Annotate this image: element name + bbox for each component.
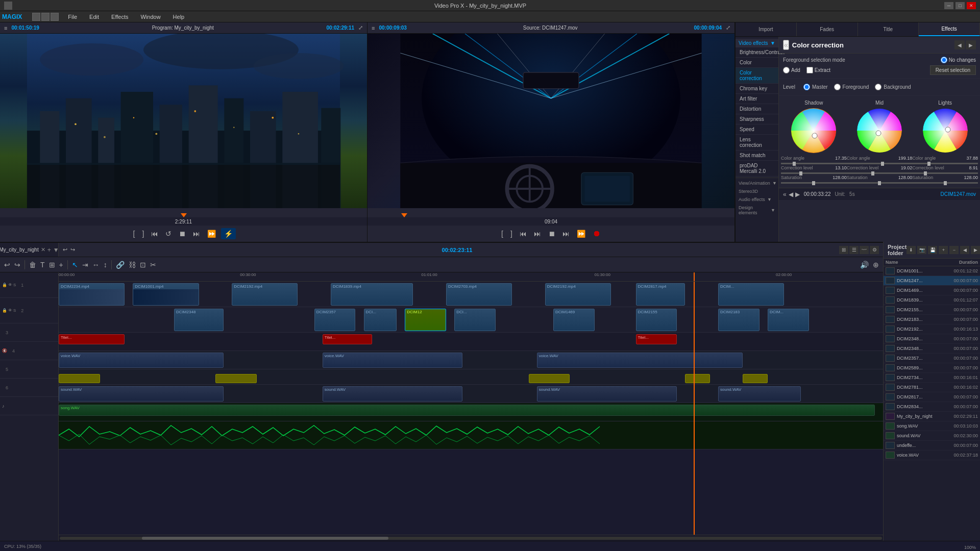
track-4-mute[interactable]: 🔇 (2, 348, 7, 353)
scrollbar-thumb[interactable] (142, 537, 388, 540)
video-effects-header[interactable]: Video effects ▼ (736, 39, 778, 47)
cc-back-button[interactable]: « (783, 40, 789, 50)
program-next-mark[interactable]: ⏩ (205, 229, 218, 239)
pf-item-3[interactable]: DCIM1839... 00:01:12:07 (884, 295, 980, 305)
program-stop[interactable]: ⏹ (177, 229, 188, 239)
tb-delete[interactable]: 🗑 (29, 261, 36, 269)
source-mark-out[interactable]: ] (508, 229, 514, 239)
program-loop[interactable]: ↺ (163, 229, 174, 239)
vfx-audio-effects[interactable]: Audio effects ▼ (736, 195, 778, 204)
vfx-brightness[interactable]: Brightness/Contrast (736, 47, 778, 58)
vfx-view-animation[interactable]: View/Animation ▼ (736, 179, 778, 187)
title-clip-3[interactable]: Titel... (636, 334, 677, 344)
pf-item-8[interactable]: DCIM2348... 00:00:07:00 (884, 344, 980, 354)
cc-mid-wheel[interactable] (856, 108, 902, 154)
program-prev-frame[interactable]: ⏮ (149, 229, 160, 239)
yellow-clip-2[interactable] (215, 374, 257, 383)
minimize-button[interactable]: ─ (944, 2, 953, 9)
pf-item-0[interactable]: DCIM1001... 00:01:12:02 (884, 266, 980, 276)
cc-lights-correction-slider[interactable] (912, 172, 978, 174)
pf-item-5[interactable]: DCIM2183... 00:00:07:00 (884, 315, 980, 324)
tb-link[interactable]: 🔗 (116, 261, 125, 269)
pf-item-4[interactable]: DCIM2155... 00:00:07:00 (884, 305, 980, 315)
title-clip-1[interactable]: Titel... (59, 334, 125, 344)
program-play-out[interactable]: ⏭ (191, 229, 202, 239)
clip-dcim2192b[interactable]: DCIM2192.mp4 (545, 283, 611, 306)
track-2-lock[interactable]: 🔒 (2, 308, 7, 313)
pf-item-1[interactable]: DCIM1247... 00:00:07:00 (884, 276, 980, 286)
yellow-clip-5[interactable] (743, 374, 767, 383)
program-expand-icon[interactable]: ⤢ (358, 24, 363, 31)
tab-effects[interactable]: Effects (919, 22, 980, 36)
pf-camera-btn[interactable]: 📷 (917, 246, 926, 254)
clip-dcim1469[interactable]: DCIM1469 (553, 309, 595, 331)
clip-dcim-small[interactable]: DCI... (364, 309, 397, 331)
timeline-close-icon[interactable]: ✕ (41, 246, 45, 253)
tb-undo[interactable]: ↩ (4, 261, 10, 269)
pf-remove-btn[interactable]: − (949, 246, 959, 254)
tb-trim[interactable]: ⇥ (82, 261, 88, 269)
pf-back-btn[interactable]: ◀ (960, 246, 969, 254)
sound-clip-2[interactable]: sound.WAV (323, 386, 463, 402)
cc-lights-angle-slider[interactable] (912, 163, 978, 164)
tb-unlink[interactable]: ⛓ (129, 261, 136, 269)
vfx-sharpness[interactable]: Sharpness (736, 114, 778, 124)
sound-clip-3[interactable]: sound.WAV (537, 386, 677, 402)
tab-fades[interactable]: Fades (797, 22, 858, 36)
track-lock-icon[interactable]: 🔒 (2, 283, 7, 287)
voice-clip-3[interactable]: voice.WAV (537, 353, 743, 368)
pf-item-10[interactable]: DCIM2589... 00:00:07:00 (884, 363, 980, 373)
tb-zoom-in[interactable]: ⊕ (873, 261, 879, 269)
clip-dcim364[interactable]: DCI... (454, 309, 496, 331)
yellow-clip-1[interactable] (59, 374, 100, 383)
cc-shadow-angle-slider[interactable] (781, 163, 847, 164)
title-clip-2[interactable]: Titel... (323, 334, 372, 344)
pf-item-17[interactable]: sound.WAV 00:02:30:00 (884, 431, 980, 441)
vfx-distortion[interactable]: Distortion (736, 104, 778, 114)
menu-edit[interactable]: Edit (86, 13, 102, 21)
tb-group[interactable]: ⊞ (49, 261, 55, 269)
cc-foreground-radio[interactable] (834, 84, 841, 90)
pf-item-14[interactable]: DCIM2834... 00:00:07:00 (884, 402, 980, 412)
vfx-color-correction[interactable]: Color correction (736, 68, 778, 84)
tl-redo-btn[interactable]: ↪ (70, 246, 75, 253)
yellow-clip-3[interactable] (529, 374, 570, 383)
open-icon[interactable] (41, 13, 50, 21)
pf-item-15[interactable]: My_city_by_night 00:02:29:11 (884, 412, 980, 421)
track-eye-icon[interactable]: 👁 (8, 283, 12, 287)
source-mark-in[interactable]: [ (499, 229, 505, 239)
cc-extract-check[interactable] (806, 67, 813, 73)
cc-lights-saturation-slider[interactable] (912, 182, 978, 184)
clip-dcim2234[interactable]: DCIM2234.mp4 (59, 283, 125, 306)
tb-select[interactable]: ↖ (72, 261, 78, 269)
source-next-mark[interactable]: ⏩ (575, 229, 587, 239)
tab-title[interactable]: Title (858, 22, 919, 36)
tb-text[interactable]: T (40, 261, 45, 269)
cc-prev-btn[interactable]: ◀ (954, 40, 965, 49)
tl-list-view[interactable]: ☰ (849, 246, 859, 254)
cc-shadow-saturation-slider[interactable] (781, 182, 847, 184)
clip-dcim2703[interactable]: DCIM2703.mp4 (446, 283, 512, 306)
timeline-dropdown-icon[interactable]: ▼ (53, 246, 59, 254)
source-play-out[interactable]: ⏭ (560, 229, 572, 239)
source-next-btn[interactable]: ▶ (795, 191, 800, 198)
cc-background-radio[interactable] (875, 84, 881, 90)
sound-clip-4[interactable]: sound.WAV (718, 386, 801, 402)
timeline-scrollbar[interactable] (59, 535, 883, 541)
cc-no-changes-radio[interactable] (941, 57, 947, 63)
pf-add-btn[interactable]: + (939, 246, 948, 254)
track-2-solo[interactable]: S (13, 308, 16, 313)
menu-window[interactable]: Window (137, 13, 163, 21)
vfx-speed[interactable]: Speed (736, 124, 778, 135)
menu-help[interactable]: Help (170, 13, 188, 21)
clip-dcim2183[interactable]: DCIM2183 (718, 309, 760, 331)
cc-shadow-wheel[interactable] (791, 108, 837, 154)
save-icon[interactable] (51, 13, 59, 21)
cc-next-btn[interactable]: ▶ (966, 40, 976, 49)
tb-slide[interactable]: ↔ (92, 261, 100, 269)
vfx-prodad[interactable]: proDAD Mercalli 2.0 (736, 161, 778, 177)
cc-lights-wheel[interactable] (922, 108, 968, 154)
tl-undo-btn[interactable]: ↩ (63, 246, 67, 253)
clip-dcim12-selected[interactable]: DCIM12 (405, 309, 446, 331)
music-clip[interactable]: song.WAV (59, 405, 875, 416)
